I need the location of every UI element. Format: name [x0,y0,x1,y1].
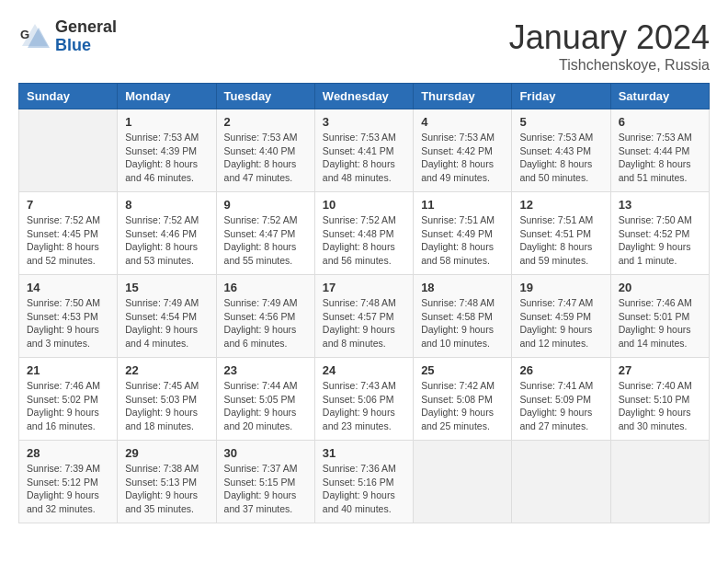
day-number: 30 [224,446,307,460]
day-number: 13 [619,198,701,212]
day-number: 28 [27,446,109,460]
day-cell: 27Sunrise: 7:40 AMSunset: 5:10 PMDayligh… [610,358,709,441]
day-number: 10 [323,198,405,212]
day-info: Sunrise: 7:52 AMSunset: 4:48 PMDaylight:… [323,213,405,268]
day-number: 26 [519,363,602,377]
day-number: 29 [125,446,208,460]
header-tuesday: Tuesday [216,84,314,109]
day-number: 27 [619,363,701,377]
logo: G General Blue [18,18,117,55]
day-cell: 5Sunrise: 7:53 AMSunset: 4:43 PMDaylight… [512,109,610,192]
day-cell: 20Sunrise: 7:46 AMSunset: 5:01 PMDayligh… [610,275,709,358]
day-cell: 2Sunrise: 7:53 AMSunset: 4:40 PMDaylight… [216,109,314,192]
day-cell: 12Sunrise: 7:51 AMSunset: 4:51 PMDayligh… [512,192,610,275]
day-cell: 21Sunrise: 7:46 AMSunset: 5:02 PMDayligh… [19,358,118,441]
day-info: Sunrise: 7:36 AMSunset: 5:16 PMDaylight:… [323,462,405,516]
day-number: 19 [519,281,602,294]
day-cell: 22Sunrise: 7:45 AMSunset: 5:03 PMDayligh… [118,358,216,441]
day-number: 7 [27,198,109,212]
day-number: 20 [619,281,701,294]
day-info: Sunrise: 7:48 AMSunset: 4:58 PMDaylight:… [421,296,504,350]
location: Tishchenskoye, Russia [509,57,710,74]
day-info: Sunrise: 7:49 AMSunset: 4:56 PMDaylight:… [224,296,307,350]
day-cell: 19Sunrise: 7:47 AMSunset: 4:59 PMDayligh… [512,275,610,358]
week-row-1: 7Sunrise: 7:52 AMSunset: 4:45 PMDaylight… [19,192,710,275]
day-number: 6 [619,115,701,129]
day-info: Sunrise: 7:45 AMSunset: 5:03 PMDaylight:… [125,379,208,433]
week-row-0: 1Sunrise: 7:53 AMSunset: 4:39 PMDaylight… [19,109,710,192]
day-info: Sunrise: 7:46 AMSunset: 5:01 PMDaylight:… [619,296,701,350]
day-info: Sunrise: 7:52 AMSunset: 4:47 PMDaylight:… [224,213,307,268]
logo-text: General Blue [55,18,117,55]
month-title: January 2024 [509,18,710,57]
day-cell [414,441,512,523]
day-cell: 8Sunrise: 7:52 AMSunset: 4:46 PMDaylight… [118,192,216,275]
header-thursday: Thursday [414,84,512,109]
day-cell: 17Sunrise: 7:48 AMSunset: 4:57 PMDayligh… [314,275,413,358]
day-info: Sunrise: 7:53 AMSunset: 4:43 PMDaylight:… [519,131,602,185]
day-number: 21 [27,363,109,377]
day-cell: 31Sunrise: 7:36 AMSunset: 5:16 PMDayligh… [314,441,413,523]
day-number: 9 [224,198,307,212]
page-header: G General Blue January 2024 Tishchenskoy… [18,18,710,74]
day-info: Sunrise: 7:38 AMSunset: 5:13 PMDaylight:… [125,462,208,516]
day-cell: 7Sunrise: 7:52 AMSunset: 4:45 PMDaylight… [19,192,118,275]
day-info: Sunrise: 7:48 AMSunset: 4:57 PMDaylight:… [323,296,405,350]
day-info: Sunrise: 7:49 AMSunset: 4:54 PMDaylight:… [125,296,208,350]
day-cell: 28Sunrise: 7:39 AMSunset: 5:12 PMDayligh… [19,441,118,523]
day-cell: 10Sunrise: 7:52 AMSunset: 4:48 PMDayligh… [314,192,413,275]
calendar-header: Sunday Monday Tuesday Wednesday Thursday… [19,84,710,109]
day-cell: 25Sunrise: 7:42 AMSunset: 5:08 PMDayligh… [414,358,512,441]
day-number: 2 [224,115,307,129]
day-info: Sunrise: 7:40 AMSunset: 5:10 PMDaylight:… [619,379,701,433]
day-info: Sunrise: 7:52 AMSunset: 4:46 PMDaylight:… [125,213,208,268]
logo-blue: Blue [55,37,117,55]
day-cell: 26Sunrise: 7:41 AMSunset: 5:09 PMDayligh… [512,358,610,441]
day-cell: 23Sunrise: 7:44 AMSunset: 5:05 PMDayligh… [216,358,314,441]
day-info: Sunrise: 7:42 AMSunset: 5:08 PMDaylight:… [421,379,504,433]
logo-icon: G [18,20,51,53]
svg-text:G: G [20,28,29,41]
day-number: 24 [323,363,405,377]
day-number: 11 [421,198,504,212]
day-cell: 30Sunrise: 7:37 AMSunset: 5:15 PMDayligh… [216,441,314,523]
day-cell: 29Sunrise: 7:38 AMSunset: 5:13 PMDayligh… [118,441,216,523]
day-cell [610,441,709,523]
day-number: 22 [125,363,208,377]
day-cell: 1Sunrise: 7:53 AMSunset: 4:39 PMDaylight… [118,109,216,192]
day-cell: 24Sunrise: 7:43 AMSunset: 5:06 PMDayligh… [314,358,413,441]
day-info: Sunrise: 7:52 AMSunset: 4:45 PMDaylight:… [27,213,109,268]
day-number: 18 [421,281,504,294]
day-cell: 3Sunrise: 7:53 AMSunset: 4:41 PMDaylight… [314,109,413,192]
title-block: January 2024 Tishchenskoye, Russia [509,18,710,74]
day-info: Sunrise: 7:41 AMSunset: 5:09 PMDaylight:… [519,379,602,433]
day-cell: 11Sunrise: 7:51 AMSunset: 4:49 PMDayligh… [414,192,512,275]
day-info: Sunrise: 7:47 AMSunset: 4:59 PMDaylight:… [519,296,602,350]
day-number: 5 [519,115,602,129]
day-number: 3 [323,115,405,129]
day-info: Sunrise: 7:50 AMSunset: 4:52 PMDaylight:… [619,213,701,268]
day-info: Sunrise: 7:53 AMSunset: 4:41 PMDaylight:… [323,131,405,185]
day-cell: 13Sunrise: 7:50 AMSunset: 4:52 PMDayligh… [610,192,709,275]
day-number: 1 [125,115,208,129]
day-info: Sunrise: 7:46 AMSunset: 5:02 PMDaylight:… [27,379,109,433]
week-row-2: 14Sunrise: 7:50 AMSunset: 4:53 PMDayligh… [19,275,710,358]
header-friday: Friday [512,84,610,109]
day-cell [19,109,118,192]
day-info: Sunrise: 7:39 AMSunset: 5:12 PMDaylight:… [27,462,109,516]
day-number: 16 [224,281,307,294]
header-monday: Monday [118,84,216,109]
day-number: 31 [323,446,405,460]
header-sunday: Sunday [19,84,118,109]
day-info: Sunrise: 7:53 AMSunset: 4:39 PMDaylight:… [125,131,208,185]
calendar-body: 1Sunrise: 7:53 AMSunset: 4:39 PMDaylight… [19,109,710,523]
day-info: Sunrise: 7:50 AMSunset: 4:53 PMDaylight:… [27,296,109,350]
day-number: 4 [421,115,504,129]
day-cell: 14Sunrise: 7:50 AMSunset: 4:53 PMDayligh… [19,275,118,358]
day-info: Sunrise: 7:37 AMSunset: 5:15 PMDaylight:… [224,462,307,516]
calendar-table: Sunday Monday Tuesday Wednesday Thursday… [18,83,710,523]
day-cell: 4Sunrise: 7:53 AMSunset: 4:42 PMDaylight… [414,109,512,192]
day-number: 12 [519,198,602,212]
day-number: 25 [421,363,504,377]
day-number: 14 [27,281,109,294]
